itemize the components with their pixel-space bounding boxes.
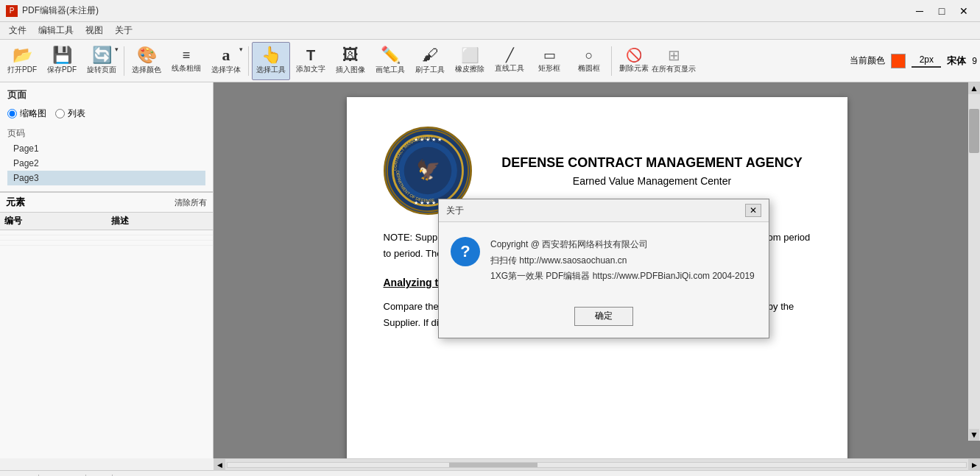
dialog-title: 关于 [446, 205, 464, 217]
dialog-line1: Copyright @ 西安碧拓网络科技有限公司 [490, 237, 755, 253]
dialog-titlebar: 关于 ✕ [439, 199, 769, 222]
dialog-line2: 扫扫传 http://www.saosaochuan.cn [490, 253, 755, 269]
dialog-body: ? Copyright @ 西安碧拓网络科技有限公司 扫扫传 http://ww… [439, 222, 769, 299]
dialog-line3: 1XG第一效果 PDF编辑器 https://www.PDFBianJiQi.c… [490, 269, 755, 285]
dialog-content: Copyright @ 西安碧拓网络科技有限公司 扫扫传 http://www.… [490, 237, 755, 285]
dialog-overlay: 关于 ✕ ? Copyright @ 西安碧拓网络科技有限公司 扫扫传 http… [0, 0, 980, 476]
about-dialog: 关于 ✕ ? Copyright @ 西安碧拓网络科技有限公司 扫扫传 http… [438, 199, 769, 338]
dialog-close-button[interactable]: ✕ [745, 204, 761, 217]
dialog-ok-button[interactable]: 确定 [574, 307, 633, 326]
dialog-footer: 确定 [439, 299, 769, 338]
dialog-info-icon: ? [451, 237, 480, 266]
